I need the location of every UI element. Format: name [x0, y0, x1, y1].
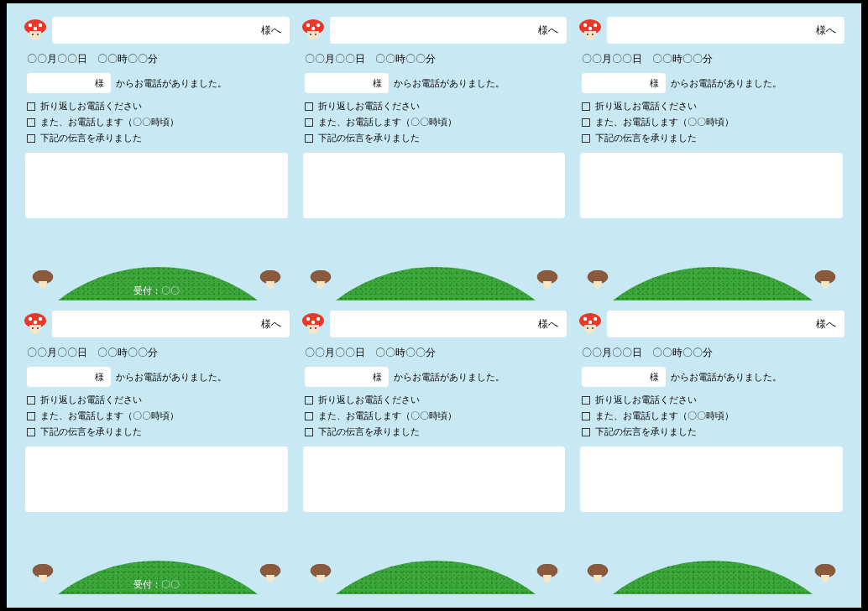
checkbox-icon[interactable] — [305, 412, 313, 420]
check-callback: 折り返しお電話ください — [301, 394, 567, 406]
check-callback: 折り返しお電話ください — [24, 100, 290, 112]
mushroom-icon — [24, 18, 47, 42]
check-label: 下記の伝言を承りました — [318, 426, 420, 438]
date-time-line: 〇〇月〇〇日 〇〇時〇〇分 — [301, 52, 567, 66]
message-box[interactable] — [25, 153, 288, 218]
caller-suffix: 様 — [373, 371, 382, 384]
check-callback: 折り返しお電話ください — [578, 100, 844, 112]
message-box[interactable] — [303, 446, 566, 512]
check-message: 下記の伝言を承りました — [301, 426, 567, 438]
message-box[interactable] — [25, 446, 288, 512]
caller-field[interactable]: 様 — [27, 367, 111, 387]
brown-mushroom-icon — [310, 564, 332, 582]
checkbox-icon[interactable] — [305, 102, 313, 111]
message-box[interactable] — [580, 153, 843, 218]
caller-tail: からお電話がありました。 — [116, 371, 227, 384]
caller-field[interactable]: 様 — [582, 73, 666, 93]
caller-suffix: 様 — [650, 371, 659, 384]
checkbox-icon[interactable] — [305, 134, 313, 143]
receipt-label: 受付：〇〇 — [133, 285, 180, 297]
check-willcall: また、お電話します（〇〇時頃） — [578, 116, 844, 128]
caller-tail: からお電話がありました。 — [671, 77, 782, 90]
check-label: また、お電話します（〇〇時頃） — [595, 410, 734, 422]
brown-mushroom-icon — [587, 564, 609, 582]
caller-field[interactable]: 様 — [305, 367, 389, 387]
checkbox-icon[interactable] — [582, 118, 590, 127]
caller-suffix: 様 — [95, 371, 104, 384]
check-label: 折り返しお電話ください — [40, 100, 142, 112]
checkbox-icon[interactable] — [27, 134, 35, 143]
recipient-suffix: 様へ — [261, 317, 281, 332]
memo-sheet: 様へ 〇〇月〇〇日 〇〇時〇〇分 様 からお電話がありました。 折り返しお電話く… — [7, 3, 861, 608]
checkbox-icon[interactable] — [27, 102, 35, 111]
recipient-field[interactable]: 様へ — [607, 311, 844, 337]
checkbox-icon[interactable] — [305, 118, 313, 127]
message-box[interactable] — [303, 153, 566, 218]
caller-field[interactable]: 様 — [582, 367, 666, 387]
memo-card: 様へ 〇〇月〇〇日 〇〇時〇〇分 様 からお電話がありました。 折り返しお電話く… — [578, 311, 844, 594]
check-callback: 折り返しお電話ください — [301, 100, 567, 112]
checkbox-icon[interactable] — [27, 396, 35, 405]
checkbox-icon[interactable] — [582, 412, 590, 420]
checkbox-icon[interactable] — [305, 396, 313, 405]
recipient-field[interactable]: 様へ — [330, 311, 567, 337]
check-callback: 折り返しお電話ください — [578, 394, 844, 406]
mushroom-icon — [578, 312, 602, 336]
checkbox-icon[interactable] — [27, 118, 35, 127]
mushroom-icon — [301, 18, 325, 42]
recipient-row: 様へ — [301, 17, 567, 44]
recipient-suffix: 様へ — [538, 24, 558, 38]
message-box[interactable] — [580, 446, 843, 512]
caller-tail: からお電話がありました。 — [394, 77, 505, 90]
checkbox-icon[interactable] — [305, 428, 313, 436]
recipient-suffix: 様へ — [816, 317, 836, 332]
check-label: 折り返しお電話ください — [40, 394, 142, 406]
caller-tail: からお電話がありました。 — [671, 371, 782, 384]
brown-mushroom-icon — [32, 564, 54, 582]
recipient-field[interactable]: 様へ — [52, 17, 290, 44]
brown-mushroom-icon — [814, 564, 836, 582]
checkbox-icon[interactable] — [582, 396, 590, 405]
recipient-field[interactable]: 様へ — [607, 17, 844, 44]
memo-card: 様へ 〇〇月〇〇日 〇〇時〇〇分 様 からお電話がありました。 折り返しお電話く… — [578, 17, 844, 300]
grass-hill — [578, 267, 844, 300]
check-willcall: また、お電話します（〇〇時頃） — [578, 410, 844, 422]
date-time-line: 〇〇月〇〇日 〇〇時〇〇分 — [24, 52, 290, 66]
recipient-row: 様へ — [301, 311, 567, 337]
checkbox-icon[interactable] — [27, 428, 35, 436]
caller-row: 様 からお電話がありました。 — [301, 73, 567, 93]
checkbox-icon[interactable] — [582, 428, 590, 436]
brown-mushroom-icon — [587, 270, 609, 289]
caller-row: 様 からお電話がありました。 — [24, 73, 290, 93]
memo-card: 様へ 〇〇月〇〇日 〇〇時〇〇分 様 からお電話がありました。 折り返しお電話く… — [24, 311, 290, 594]
recipient-row: 様へ — [24, 17, 290, 44]
caller-suffix: 様 — [373, 77, 382, 90]
caller-row: 様 からお電話がありました。 — [578, 73, 844, 93]
check-label: 折り返しお電話ください — [318, 100, 420, 112]
brown-mushroom-icon — [32, 270, 54, 289]
recipient-row: 様へ — [578, 17, 844, 44]
check-message: 下記の伝言を承りました — [578, 132, 844, 144]
brown-mushroom-icon — [310, 270, 332, 289]
check-willcall: また、お電話します（〇〇時頃） — [301, 116, 567, 128]
checkbox-icon[interactable] — [27, 412, 35, 420]
caller-field[interactable]: 様 — [305, 73, 389, 93]
caller-row: 様 からお電話がありました。 — [301, 367, 567, 387]
checkbox-icon[interactable] — [582, 102, 590, 111]
check-message: 下記の伝言を承りました — [578, 426, 844, 438]
date-time-line: 〇〇月〇〇日 〇〇時〇〇分 — [301, 346, 567, 360]
recipient-field[interactable]: 様へ — [330, 17, 567, 44]
caller-tail: からお電話がありました。 — [116, 77, 227, 90]
brown-mushroom-icon — [536, 564, 558, 582]
checkbox-icon[interactable] — [582, 134, 590, 143]
check-label: また、お電話します（〇〇時頃） — [595, 116, 734, 128]
mushroom-icon — [578, 18, 602, 42]
check-label: 折り返しお電話ください — [595, 394, 697, 406]
brown-mushroom-icon — [814, 270, 836, 289]
brown-mushroom-icon — [259, 270, 281, 289]
check-label: 下記の伝言を承りました — [595, 426, 697, 438]
check-label: また、お電話します（〇〇時頃） — [40, 410, 179, 422]
recipient-field[interactable]: 様へ — [52, 311, 290, 337]
check-label: 下記の伝言を承りました — [318, 132, 420, 144]
caller-field[interactable]: 様 — [27, 73, 111, 93]
